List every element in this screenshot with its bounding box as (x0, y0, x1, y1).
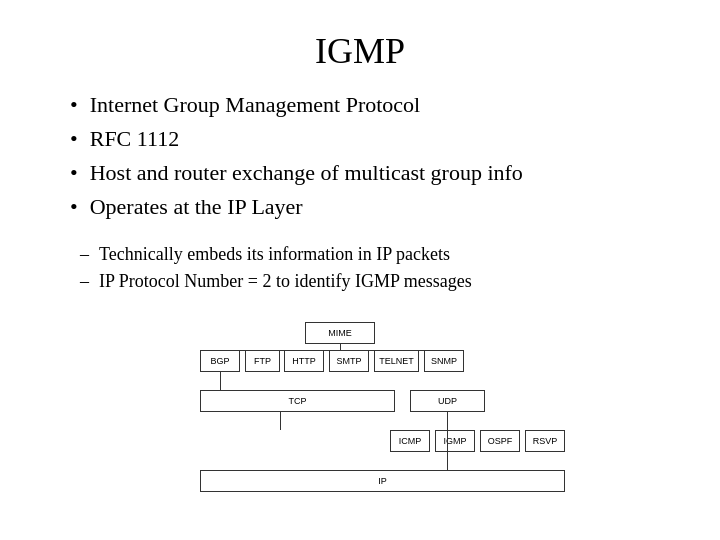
vline-bgp-tcp (220, 372, 221, 390)
bullet-item-2: RFC 1112 (70, 126, 670, 152)
sub-bullet-item-2: IP Protocol Number = 2 to identify IGMP … (80, 271, 670, 292)
protocol-diagram: MIME BGP FTP HTTP SMTP TELNET SNMP TCP U… (150, 322, 570, 512)
ip-box: IP (200, 470, 565, 492)
hline-app (200, 350, 464, 351)
bgp-box: BGP (200, 350, 240, 372)
bullet-item-4: Operates at the IP Layer (70, 194, 670, 220)
tcp-box: TCP (200, 390, 395, 412)
bullet-item-1: Internet Group Management Protocol (70, 92, 670, 118)
http-box: HTTP (284, 350, 324, 372)
telnet-box: TELNET (374, 350, 419, 372)
slide-title: IGMP (50, 30, 670, 72)
snmp-box: SNMP (424, 350, 464, 372)
vline-udp-ip (447, 412, 448, 470)
icmp-box: ICMP (390, 430, 430, 452)
sub-bullet-list: Technically embeds its information in IP… (80, 244, 670, 298)
smtp-box: SMTP (329, 350, 369, 372)
udp-box: UDP (410, 390, 485, 412)
diagram-container: MIME BGP FTP HTTP SMTP TELNET SNMP TCP U… (50, 322, 670, 512)
mime-box: MIME (305, 322, 375, 344)
bullet-list: Internet Group Management Protocol RFC 1… (70, 92, 670, 228)
vline-tcp-ip (280, 412, 281, 430)
igmp-box: IGMP (435, 430, 475, 452)
ftp-box: FTP (245, 350, 280, 372)
ospf-box: OSPF (480, 430, 520, 452)
slide: IGMP Internet Group Management Protocol … (0, 0, 720, 540)
sub-bullet-item-1: Technically embeds its information in IP… (80, 244, 670, 265)
rsvp-box: RSVP (525, 430, 565, 452)
bullet-item-3: Host and router exchange of multicast gr… (70, 160, 670, 186)
